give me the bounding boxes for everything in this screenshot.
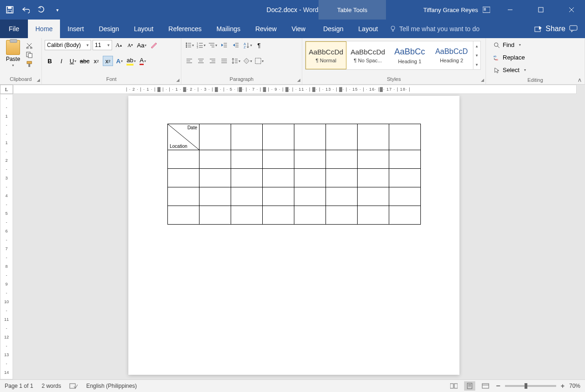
undo-icon[interactable] xyxy=(21,6,30,14)
justify-button[interactable] xyxy=(219,56,229,66)
zoom-out-button[interactable]: − xyxy=(496,382,500,390)
table-cell[interactable] xyxy=(358,124,389,150)
font-name-combo[interactable]: Calibri (Body)▾ xyxy=(45,40,91,50)
tab-selector[interactable]: L xyxy=(0,85,13,94)
close-button[interactable] xyxy=(561,0,582,20)
subscript-button[interactable]: x2 xyxy=(91,56,101,66)
table-cell[interactable] xyxy=(199,169,231,187)
tab-design[interactable]: Design xyxy=(91,20,126,38)
table-cell[interactable] xyxy=(199,150,231,169)
styles-more-button[interactable]: ▴▾▾ xyxy=(473,41,480,69)
table-cell[interactable] xyxy=(263,150,294,169)
align-center-button[interactable] xyxy=(196,56,206,66)
font-size-combo[interactable]: 11▾ xyxy=(93,40,112,50)
table-cell[interactable] xyxy=(168,169,199,187)
print-layout-icon[interactable] xyxy=(464,381,475,391)
underline-button[interactable]: U xyxy=(68,56,78,66)
table-cell[interactable] xyxy=(168,187,199,206)
shrink-font-icon[interactable]: A▾ xyxy=(125,40,135,50)
status-page[interactable]: Page 1 of 1 xyxy=(5,383,33,389)
status-language[interactable]: English (Philippines) xyxy=(86,383,137,389)
table-cell[interactable] xyxy=(326,206,358,225)
table-cell[interactable] xyxy=(199,206,231,225)
table-cell[interactable] xyxy=(358,206,389,225)
minimize-button[interactable] xyxy=(499,0,521,20)
styles-gallery[interactable]: AaBbCcDd¶ Normal AaBbCcDd¶ No Spac... Aa… xyxy=(305,41,481,70)
paste-button[interactable]: Paste ▾ xyxy=(4,40,22,67)
save-icon[interactable] xyxy=(6,6,14,14)
tab-references[interactable]: References xyxy=(161,20,209,38)
table-cell[interactable] xyxy=(326,169,358,187)
align-right-button[interactable] xyxy=(207,56,218,66)
horizontal-ruler[interactable]: | · 2 · | · 1 · | ▓ | · | · 1 · ▓· 2 · |… xyxy=(13,85,577,94)
tab-table-design[interactable]: Design xyxy=(316,20,351,38)
highlight-button[interactable]: ab xyxy=(126,56,136,66)
style-heading2[interactable]: AaBbCcDHeading 2 xyxy=(431,41,472,69)
zoom-slider[interactable] xyxy=(505,385,556,387)
table-cell[interactable] xyxy=(294,206,326,225)
qat-customize-icon[interactable]: ▾ xyxy=(53,6,61,14)
table-cell[interactable] xyxy=(389,206,421,225)
table-cell[interactable] xyxy=(358,187,389,206)
vertical-ruler[interactable]: --1--1-2-3-4-5-6-7-8-9-10-11-12-13-14-15… xyxy=(0,94,13,379)
change-case-button[interactable]: Aa xyxy=(137,40,147,50)
table-cell[interactable] xyxy=(263,169,294,187)
shading-button[interactable] xyxy=(242,56,253,66)
show-paragraph-marks-button[interactable]: ¶ xyxy=(254,40,264,50)
web-layout-icon[interactable] xyxy=(480,381,491,391)
tab-insert[interactable]: Insert xyxy=(60,20,91,38)
format-painter-icon[interactable] xyxy=(25,60,33,68)
table-cell[interactable] xyxy=(389,124,421,150)
clipboard-launcher-icon[interactable]: ◢ xyxy=(37,77,40,83)
numbering-button[interactable]: 123 xyxy=(196,40,206,50)
collapse-ribbon-icon[interactable]: ʌ xyxy=(578,77,581,83)
document-page[interactable]: Date Location xyxy=(128,96,459,375)
tab-table-layout[interactable]: Layout xyxy=(351,20,386,38)
table-cell[interactable] xyxy=(263,187,294,206)
multilevel-list-button[interactable] xyxy=(207,40,218,50)
table-cell[interactable] xyxy=(231,124,263,150)
grow-font-icon[interactable]: A▴ xyxy=(113,40,124,50)
strikethrough-button[interactable]: abc xyxy=(80,56,90,66)
tell-me-search[interactable]: Tell me what you want to do xyxy=(386,20,528,38)
styles-launcher-icon[interactable]: ◢ xyxy=(481,77,484,83)
paragraph-launcher-icon[interactable]: ◢ xyxy=(297,77,300,83)
table-cell[interactable] xyxy=(326,124,358,150)
table-cell[interactable] xyxy=(168,206,199,225)
clear-formatting-icon[interactable] xyxy=(148,40,159,50)
table-cell[interactable] xyxy=(294,124,326,150)
table-cell[interactable] xyxy=(294,150,326,169)
redo-icon[interactable] xyxy=(37,6,46,14)
table-cell[interactable] xyxy=(263,206,294,225)
tab-file[interactable]: File xyxy=(0,20,28,38)
table-cell[interactable] xyxy=(294,187,326,206)
spellcheck-icon[interactable] xyxy=(69,383,78,389)
tab-layout[interactable]: Layout xyxy=(126,20,161,38)
comments-icon[interactable] xyxy=(569,25,578,33)
tab-review[interactable]: Review xyxy=(248,20,284,38)
user-name[interactable]: Tiffany Grace Reyes xyxy=(423,7,490,13)
text-effects-button[interactable]: A xyxy=(114,56,125,66)
tab-home[interactable]: Home xyxy=(28,20,60,38)
table-cell[interactable] xyxy=(389,169,421,187)
line-spacing-button[interactable] xyxy=(231,56,241,66)
table-cell[interactable] xyxy=(358,150,389,169)
style-normal[interactable]: AaBbCcDd¶ Normal xyxy=(306,41,346,69)
table-cell[interactable] xyxy=(389,150,421,169)
font-color-button[interactable]: A xyxy=(138,56,148,66)
font-launcher-icon[interactable]: ◢ xyxy=(176,77,179,83)
table-cell[interactable] xyxy=(326,150,358,169)
zoom-in-button[interactable]: + xyxy=(561,382,565,390)
tab-view[interactable]: View xyxy=(284,20,313,38)
table-cell[interactable] xyxy=(199,187,231,206)
status-words[interactable]: 2 words xyxy=(41,383,61,389)
table-cell[interactable] xyxy=(263,124,294,150)
style-no-spacing[interactable]: AaBbCcDd¶ No Spac... xyxy=(347,41,388,69)
table-cell[interactable] xyxy=(231,206,263,225)
table-cell[interactable] xyxy=(199,124,231,150)
cut-icon[interactable] xyxy=(25,42,33,49)
tab-mailings[interactable]: Mailings xyxy=(209,20,248,38)
table-cell[interactable] xyxy=(231,169,263,187)
borders-button[interactable] xyxy=(254,56,264,66)
share-button[interactable]: Share xyxy=(534,25,565,33)
